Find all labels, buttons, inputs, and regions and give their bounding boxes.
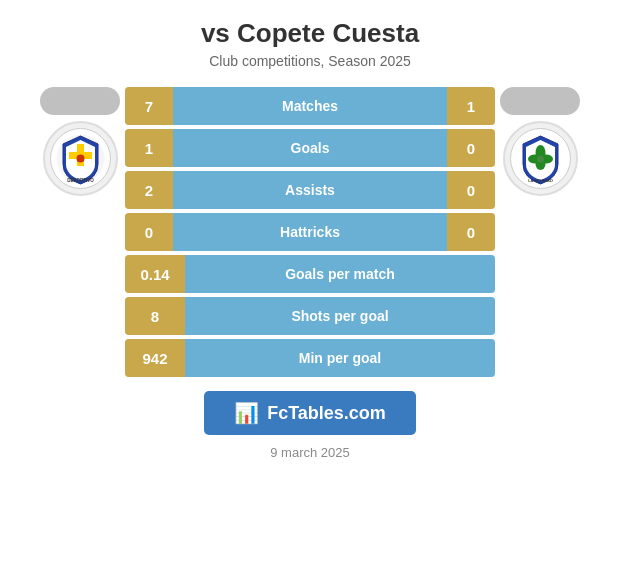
stat-row-min-per-goal: 942 Min per goal (125, 339, 495, 377)
stat-shots-per-goal-label: Shots per goal (185, 297, 495, 335)
stat-hattricks-label: Hattricks (173, 213, 447, 251)
stat-row-shots-per-goal: 8 Shots per goal (125, 297, 495, 335)
stat-row-goals: 1 Goals 0 (125, 129, 495, 167)
stat-hattricks-left: 0 (125, 213, 173, 251)
stat-goals-per-match-val: 0.14 (125, 255, 185, 293)
right-team-pill (500, 87, 580, 115)
stat-hattricks-right: 0 (447, 213, 495, 251)
page-subtitle: Club competitions, Season 2025 (209, 53, 411, 69)
footer-date: 9 march 2025 (270, 445, 350, 460)
stat-row-hattricks: 0 Hattricks 0 (125, 213, 495, 251)
svg-point-4 (76, 155, 84, 163)
stat-goals-right: 0 (447, 129, 495, 167)
stat-goals-left: 1 (125, 129, 173, 167)
left-team-logo: DEPORTIVO (35, 87, 125, 196)
stat-assists-left: 2 (125, 171, 173, 209)
fctables-banner[interactable]: 📊 FcTables.com (204, 391, 416, 435)
stat-min-per-goal-val: 942 (125, 339, 185, 377)
stat-matches-right: 1 (447, 87, 495, 125)
stat-goals-per-match-label: Goals per match (185, 255, 495, 293)
stat-min-per-goal-label: Min per goal (185, 339, 495, 377)
svg-text:DEPORTIVO: DEPORTIVO (67, 178, 94, 183)
chart-icon: 📊 (234, 401, 259, 425)
stat-row-goals-per-match: 0.14 Goals per match (125, 255, 495, 293)
left-team-emblem: DEPORTIVO (43, 121, 118, 196)
stats-area: 7 Matches 1 1 Goals 0 2 Assists 0 0 Hatt… (125, 87, 495, 377)
svg-point-11 (537, 156, 544, 163)
right-team-emblem: LA EQUIDAD (503, 121, 578, 196)
page-title: vs Copete Cuesta (201, 18, 419, 49)
fctables-text: FcTables.com (267, 403, 386, 424)
stat-matches-label: Matches (173, 87, 447, 125)
right-team-logo: LA EQUIDAD (495, 87, 585, 196)
stat-row-assists: 2 Assists 0 (125, 171, 495, 209)
stat-row-matches: 7 Matches 1 (125, 87, 495, 125)
page-wrapper: vs Copete Cuesta Club competitions, Seas… (0, 0, 620, 580)
stat-goals-label: Goals (173, 129, 447, 167)
svg-text:LA EQUIDAD: LA EQUIDAD (528, 178, 553, 183)
stat-matches-left: 7 (125, 87, 173, 125)
stat-assists-label: Assists (173, 171, 447, 209)
comparison-area: DEPORTIVO 7 Matches 1 1 Goals 0 2 Assist… (10, 87, 610, 377)
stat-shots-per-goal-val: 8 (125, 297, 185, 335)
left-team-pill (40, 87, 120, 115)
stat-assists-right: 0 (447, 171, 495, 209)
